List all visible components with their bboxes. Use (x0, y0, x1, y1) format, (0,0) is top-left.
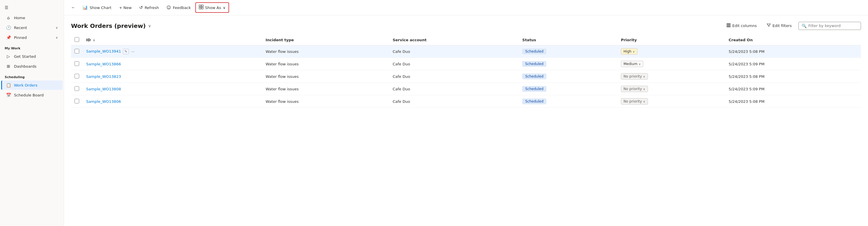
priority-label: No priority (623, 99, 642, 103)
record-link[interactable]: Sample_WO13808 (86, 87, 121, 91)
new-label: + New (119, 5, 131, 10)
priority-label: No priority (623, 74, 642, 78)
page-title-area: Work Orders (preview) ∨ (71, 23, 151, 29)
priority-chevron-icon: ∨ (639, 63, 641, 66)
refresh-button[interactable]: ↺ Refresh (136, 3, 162, 12)
table-row: Sample_WO13806Water flow issuesCafe DuoS… (71, 95, 861, 108)
chevron-down-icon: ∨ (56, 26, 58, 30)
page-actions: Edit columns Edit filters 🔍 (723, 21, 861, 30)
created-on-column-label: Created On (728, 38, 753, 42)
back-button[interactable]: ← (69, 3, 78, 12)
row-service-account-cell: Cafe Duo (389, 70, 519, 83)
row-priority-cell: No priority∨ (617, 70, 725, 83)
sidebar-item-label: Pinned (14, 35, 53, 40)
priority-select[interactable]: Medium∨ (621, 61, 643, 67)
row-created-on-cell: 5/24/2023 5:09 PM (725, 58, 861, 70)
priority-select[interactable]: No priority∨ (621, 73, 648, 80)
show-as-button[interactable]: Show As ∨ (195, 2, 229, 13)
row-checkbox[interactable] (74, 99, 79, 103)
row-service-account-cell: Cafe Duo (389, 83, 519, 95)
priority-chevron-icon: ∨ (643, 100, 645, 103)
edit-filters-button[interactable]: Edit filters (764, 21, 795, 30)
row-checkbox[interactable] (74, 61, 79, 66)
hamburger-button[interactable]: ☰ (0, 2, 64, 13)
incident-type-column-header[interactable]: Incident type (262, 35, 389, 45)
sidebar-item-dashboards[interactable]: ⊞ Dashboards (1, 62, 63, 71)
status-badge: Scheduled (522, 86, 546, 92)
row-created-on-cell: 5/24/2023 5:08 PM (725, 45, 861, 58)
row-checkbox[interactable] (74, 49, 79, 53)
row-status-cell: Scheduled (519, 45, 617, 58)
row-actions: ✎··· (123, 48, 136, 54)
status-column-header[interactable]: Status (519, 35, 617, 45)
record-link[interactable]: Sample_WO13941 (86, 49, 121, 53)
sidebar-item-schedule-board[interactable]: 📅 Schedule Board (1, 90, 63, 100)
row-service-account-cell: Cafe Duo (389, 45, 519, 58)
sidebar-item-label: Work Orders (14, 83, 58, 87)
row-checkbox-cell (71, 45, 83, 58)
row-id-cell: Sample_WO13866 (83, 58, 262, 70)
filter-input-wrap[interactable]: 🔍 (799, 22, 861, 30)
show-chart-button[interactable]: 📊 Show Chart (79, 3, 115, 12)
row-incident-type-cell: Water flow issues (262, 45, 389, 58)
sidebar-item-work-orders[interactable]: 📋 Work Orders (1, 80, 63, 90)
sidebar-item-home[interactable]: ⌂ Home (1, 13, 63, 23)
priority-select[interactable]: No priority∨ (621, 98, 648, 105)
row-id-cell: Sample_WO13808 (83, 83, 262, 95)
priority-column-header[interactable]: Priority (617, 35, 725, 45)
row-incident-type-cell: Water flow issues (262, 58, 389, 70)
edit-columns-button[interactable]: Edit columns (723, 21, 760, 30)
sidebar-item-pinned[interactable]: 📌 Pinned ∨ (1, 33, 63, 42)
row-created-on-cell: 5/24/2023 5:08 PM (725, 70, 861, 83)
dashboard-icon: ⊞ (6, 64, 11, 69)
row-created-on-cell: 5/24/2023 5:08 PM (725, 95, 861, 108)
row-checkbox-cell (71, 70, 83, 83)
id-column-header[interactable]: ID ↓ (83, 35, 262, 45)
table-row: Sample_WO13941✎···Water flow issuesCafe … (71, 45, 861, 58)
sidebar: ☰ ⌂ Home 🕐 Recent ∨ 📌 Pinned ∨ My Work ▷… (0, 0, 64, 226)
id-column-label: ID (86, 38, 91, 42)
schedule-board-icon: 📅 (6, 93, 11, 97)
row-edit-button[interactable]: ✎ (123, 49, 129, 54)
service-account-column-header[interactable]: Service account (389, 35, 519, 45)
filter-input[interactable] (808, 24, 858, 28)
priority-label: High (623, 49, 632, 53)
record-link[interactable]: Sample_WO13823 (86, 74, 121, 79)
svg-rect-1 (202, 5, 203, 7)
svg-rect-2 (199, 7, 201, 9)
priority-column-label: Priority (621, 38, 637, 42)
record-link[interactable]: Sample_WO13806 (86, 99, 121, 104)
priority-select[interactable]: High∨ (621, 48, 638, 54)
row-checkbox[interactable] (74, 74, 79, 78)
row-id-cell: Sample_WO13806 (83, 95, 262, 108)
feedback-button[interactable]: ☺ Feedback (163, 3, 194, 12)
row-status-cell: Scheduled (519, 70, 617, 83)
priority-select[interactable]: No priority∨ (621, 86, 648, 92)
scheduling-section-header: Scheduling (0, 71, 64, 80)
refresh-icon: ↺ (139, 5, 143, 10)
svg-rect-5 (728, 24, 729, 27)
row-more-button[interactable]: ··· (130, 48, 136, 54)
row-checkbox[interactable] (74, 86, 79, 91)
status-badge: Scheduled (522, 61, 546, 67)
incident-type-column-label: Incident type (266, 38, 294, 42)
edit-columns-icon (726, 23, 731, 28)
row-id-cell: Sample_WO13941✎··· (83, 45, 262, 58)
record-link[interactable]: Sample_WO13866 (86, 62, 121, 66)
row-priority-cell: No priority∨ (617, 95, 725, 108)
page-title-chevron-icon[interactable]: ∨ (148, 24, 151, 28)
show-chart-label: Show Chart (90, 5, 112, 10)
row-incident-type-cell: Water flow issues (262, 83, 389, 95)
priority-chevron-icon: ∨ (643, 75, 645, 78)
new-button[interactable]: + New (116, 3, 135, 12)
select-all-checkbox[interactable] (74, 37, 79, 42)
row-incident-type-cell: Water flow issues (262, 95, 389, 108)
created-on-column-header[interactable]: Created On (725, 35, 861, 45)
work-orders-table: ID ↓ Incident type Service account Statu… (71, 35, 861, 108)
priority-label: Medium (623, 62, 638, 66)
row-status-cell: Scheduled (519, 83, 617, 95)
sidebar-item-get-started[interactable]: ▷ Get Started (1, 52, 63, 61)
row-checkbox-cell (71, 58, 83, 70)
sidebar-item-recent[interactable]: 🕐 Recent ∨ (1, 23, 63, 32)
my-work-section-header: My Work (0, 42, 64, 51)
